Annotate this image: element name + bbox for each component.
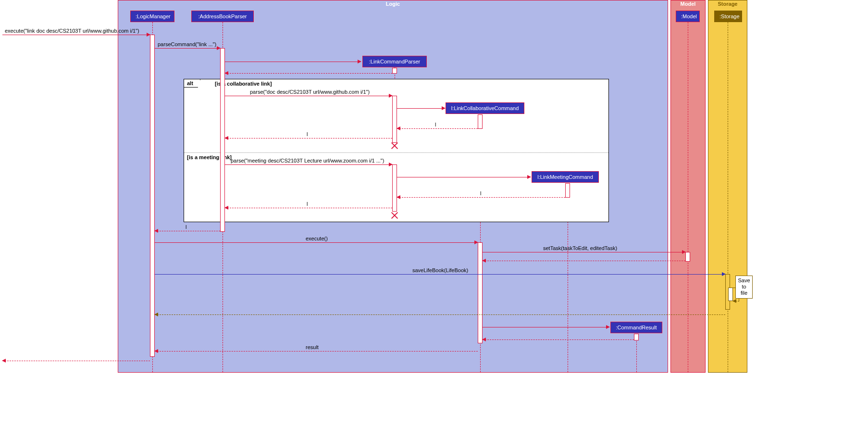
- msg-parse2-label: parse("meeting desc/CS2103T Lecture url/…: [231, 158, 384, 163]
- destroy-linkcommandparser-1: [391, 142, 398, 150]
- msg-savelifebook-label: saveLifeBook(LifeBook): [412, 267, 468, 273]
- msg-return-l2-label: l: [307, 131, 308, 137]
- activation-model: [685, 252, 690, 262]
- participant-linkcollaborativecommand: l:LinkCollaborativeCommand: [446, 102, 524, 114]
- destroy-linkcommandparser-2: [391, 212, 398, 219]
- msg-execute-label: execute(): [306, 236, 328, 241]
- activation-commandresult: [634, 334, 639, 340]
- msg-parse1-label: parse("doc desc/CS2103T url/www.github.c…: [250, 89, 370, 95]
- lifeline-model: [688, 22, 688, 372]
- frame-model-title: Model: [681, 0, 696, 8]
- msg-return-l1-label: l: [435, 122, 436, 127]
- activation-logicmanager: [150, 35, 155, 357]
- msg-parsecommand-label: parseCommand("link ..."): [158, 41, 216, 47]
- msg-return-l4-label: l: [307, 201, 308, 207]
- participant-logicmanager: :LogicManager: [130, 11, 174, 22]
- activation-linkcommandparser-create: [392, 68, 397, 74]
- participant-model: :Model: [676, 11, 700, 22]
- activation-linkcollaborative-create: [478, 114, 483, 129]
- lifeline-storage: [728, 22, 728, 372]
- activation-addressbookparser: [220, 48, 225, 232]
- participant-storage: :Storage: [714, 11, 742, 22]
- activation-linkcollaborative-exec: [478, 242, 483, 343]
- msg-return-l-final-label: l: [186, 224, 186, 230]
- participant-commandresult: :CommandResult: [610, 322, 662, 333]
- activation-linkmeeting-create: [565, 183, 570, 198]
- msg-return-l3-label: l: [480, 190, 481, 196]
- msg-result-label: result: [306, 344, 319, 350]
- alt-divider: [184, 152, 608, 153]
- alt-operator: alt: [184, 79, 200, 88]
- activation-linkcommandparser-1: [392, 96, 397, 143]
- sequence-diagram: Logic Model Storage :LogicManager :Addre…: [0, 0, 868, 427]
- participant-linkcommandparser: :LinkCommandParser: [362, 56, 427, 67]
- participant-addressbookparser: :AddressBookParser: [191, 11, 254, 22]
- note-savetofile: Save to file: [735, 276, 753, 299]
- msg-execute-entry-label: execute("link doc desc/CS2103T url/www.g…: [5, 28, 139, 34]
- participant-linkmeetingcommand: l:LinkMeetingCommand: [532, 171, 599, 183]
- frame-storage-title: Storage: [718, 0, 738, 8]
- activation-linkcommandparser-2: [392, 164, 397, 212]
- frame-logic-title: Logic: [386, 0, 400, 8]
- msg-settask-label: setTask(taskToEdit, editedTask): [543, 245, 617, 251]
